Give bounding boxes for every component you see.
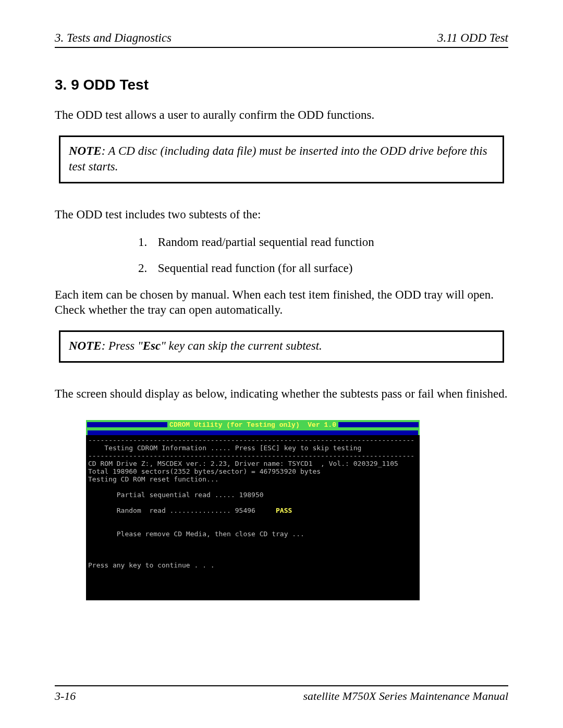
dos-blank: [86, 514, 420, 522]
screen-intro: The screen should display as below, indi…: [55, 387, 508, 402]
list-number: 2.: [138, 262, 155, 275]
list-item: 2. Sequential read function (for all sur…: [138, 262, 508, 275]
list-text: Random read/partial sequential read func…: [158, 236, 374, 249]
note1-text: : A CD disc (including data file) must b…: [69, 144, 487, 173]
note2-suffix: " key can skip the current subtest.: [161, 339, 322, 352]
dos-line-reset: Testing CD ROM reset function...: [86, 475, 420, 483]
titlebar-bluebar: [88, 430, 418, 435]
dos-title: CDROM Utility (for Testing only) Ver 1.0: [168, 421, 337, 429]
list-number: 1.: [138, 236, 155, 249]
dos-blank: [86, 522, 420, 530]
footer-left: 3-16: [55, 689, 76, 703]
note-box-1: NOTE: A CD disc (including data file) mu…: [59, 135, 504, 183]
list-text: Sequential read function (for all surfac…: [158, 262, 353, 275]
dos-random-pre: Random read ............... 95496: [88, 507, 276, 514]
page: 3. Tests and Diagnostics 3.11 ODD Test 3…: [0, 0, 563, 728]
dos-line-drive: CD ROM Drive Z:, MSCDEX ver.: 2.23, Driv…: [86, 460, 420, 467]
dos-divider: ----------------------------------------…: [86, 452, 420, 460]
dos-blank: [86, 538, 420, 546]
dos-line-info: Testing CDROM Information ..... Press [E…: [86, 444, 420, 452]
note-box-2: NOTE: Press "Esc" key can skip the curre…: [59, 330, 504, 363]
dos-pass: PASS: [276, 507, 292, 514]
dos-blank: [86, 499, 420, 507]
page-footer: 3-16 satellite M750X Series Maintenance …: [55, 685, 508, 703]
subtests-intro: The ODD test includes two subtests of th…: [55, 207, 508, 223]
note-label: NOTE: [69, 144, 102, 157]
dos-line-continue: Press any key to continue . . .: [86, 561, 420, 569]
titlebar-side-left: [87, 422, 167, 427]
dos-titlebar: CDROM Utility (for Testing only) Ver 1.0: [86, 420, 420, 435]
list-item: 1. Random read/partial sequential read f…: [138, 236, 508, 249]
note2-prefix: : Press ": [102, 339, 143, 352]
subtest-list: 1. Random read/partial sequential read f…: [138, 236, 508, 275]
page-header: 3. Tests and Diagnostics 3.11 ODD Test: [55, 31, 508, 48]
dos-blank: [86, 546, 420, 553]
section-title: 3. 9 ODD Test: [55, 77, 508, 93]
dos-line-partial: Partial sequential read ..... 198950: [86, 491, 420, 499]
dos-divider: ----------------------------------------…: [86, 436, 420, 444]
note-label: NOTE: [69, 339, 102, 352]
footer-right: satellite M750X Series Maintenance Manua…: [303, 689, 508, 703]
note2-kw: Esc: [143, 339, 161, 352]
dos-screen: CDROM Utility (for Testing only) Ver 1.0…: [86, 420, 420, 600]
dos-line-total: Total 198960 sectors(2352 bytes/sector) …: [86, 467, 420, 475]
header-left: 3. Tests and Diagnostics: [55, 31, 172, 45]
tray-text: Each item can be chosen by manual. When …: [55, 288, 508, 318]
intro-text: The ODD test allows a user to aurally co…: [55, 108, 508, 123]
dos-blank: [86, 553, 420, 561]
titlebar-side-right: [338, 422, 419, 427]
header-right: 3.11 ODD Test: [437, 31, 508, 45]
dos-line-random: Random read ............... 95496 PASS: [86, 507, 420, 514]
dos-line-remove: Please remove CD Media, then close CD tr…: [86, 530, 420, 538]
dos-blank: [86, 483, 420, 491]
